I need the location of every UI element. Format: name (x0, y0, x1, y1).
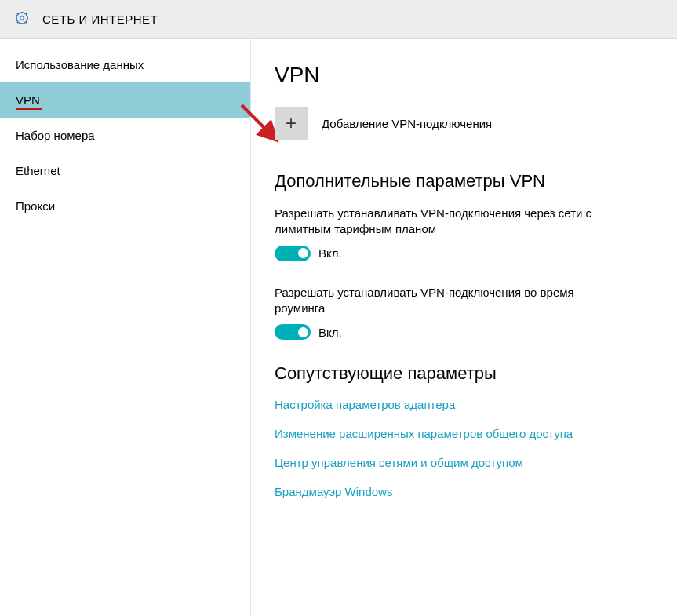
related-section: Сопутствующие параметры Настройка параме… (275, 363, 677, 498)
active-underline (16, 108, 42, 110)
content-area: Использование данных VPN Набор номера Et… (0, 39, 677, 616)
toggle-metered-state: Вкл. (318, 246, 342, 260)
toggle-row-roaming: Вкл. (275, 324, 677, 340)
plus-icon: + (286, 112, 297, 134)
sidebar-item-label: Прокси (16, 199, 55, 213)
sidebar-item-ethernet[interactable]: Ethernet (0, 153, 250, 188)
sidebar-item-vpn[interactable]: VPN (0, 82, 250, 118)
sidebar-item-label: VPN (16, 93, 40, 107)
link-adapter-settings[interactable]: Настройка параметров адаптера (275, 398, 677, 411)
add-vpn-row[interactable]: + Добавление VPN-подключения (275, 107, 677, 140)
toggle-roaming[interactable] (275, 324, 311, 340)
toggle-metered[interactable] (275, 246, 311, 261)
sidebar-item-label: Ethernet (16, 164, 60, 177)
sidebar-item-dialup[interactable]: Набор номера (0, 118, 250, 153)
setting-metered-label: Разрешать устанавливать VPN-подключения … (275, 206, 604, 238)
sidebar-item-data-usage[interactable]: Использование данных (0, 47, 250, 82)
sidebar: Использование данных VPN Набор номера Et… (0, 39, 251, 616)
sidebar-item-label: Использование данных (16, 58, 144, 71)
sidebar-item-proxy[interactable]: Прокси (0, 188, 250, 224)
svg-point-1 (16, 12, 27, 23)
titlebar: СЕТЬ И ИНТЕРНЕТ (0, 0, 677, 39)
link-firewall[interactable]: Брандмауэр Windows (275, 485, 677, 498)
titlebar-label: СЕТЬ И ИНТЕРНЕТ (42, 13, 158, 26)
main-panel: VPN + Добавление VPN-подключения Дополни… (251, 39, 677, 616)
advanced-heading: Дополнительные параметры VPN (275, 171, 677, 191)
link-network-center[interactable]: Центр управления сетями и общим доступом (275, 456, 677, 469)
sidebar-item-label: Набор номера (16, 129, 95, 142)
add-vpn-label: Добавление VPN-подключения (322, 117, 492, 130)
toggle-roaming-state: Вкл. (318, 326, 342, 339)
gear-icon (14, 10, 30, 29)
link-advanced-sharing[interactable]: Изменение расширенных параметров общего … (275, 427, 677, 440)
svg-point-0 (20, 16, 24, 20)
toggle-row-metered: Вкл. (275, 246, 677, 261)
add-vpn-button[interactable]: + (275, 107, 308, 140)
related-heading: Сопутствующие параметры (275, 363, 677, 384)
setting-roaming-label: Разрешать устанавливать VPN-подключения … (275, 285, 604, 317)
page-title: VPN (275, 63, 677, 88)
